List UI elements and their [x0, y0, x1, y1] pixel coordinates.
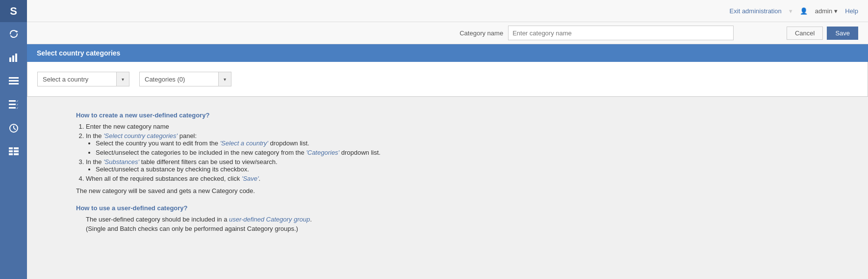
instruction-step2-sub1: Select the country you want to edit from… [96, 140, 819, 147]
category-name-label: Category name [460, 29, 503, 37]
sidebar-item-list-check[interactable]: ✓ ✓ ✓ [0, 93, 27, 116]
svg-rect-3 [15, 54, 17, 62]
header-row: Category name Cancel Save [27, 22, 868, 44]
sidebar: S ✓ ✓ ✓ [0, 0, 27, 279]
select-country-dropdown[interactable]: Select a country ▾ [37, 72, 129, 86]
save-button[interactable]: Save [827, 27, 858, 40]
svg-text:✓: ✓ [16, 103, 19, 106]
main-area: Exit administration ▾ 👤 admin ▾ Help Cat… [27, 0, 868, 279]
sidebar-logo[interactable]: S [0, 0, 27, 22]
instructions-section: How to create a new user-defined categor… [27, 97, 868, 249]
header-buttons: Cancel Save [787, 27, 858, 40]
svg-text:✓: ✓ [16, 100, 19, 103]
use-note: The user-defined category should be incl… [86, 216, 819, 223]
svg-rect-4 [9, 77, 19, 79]
svg-rect-7 [9, 100, 16, 102]
svg-rect-19 [14, 150, 19, 152]
category-name-row: Category name [411, 26, 781, 40]
help-link[interactable]: Help [845, 7, 858, 15]
section2-title: How to use a user-defined category? [76, 204, 819, 212]
user-icon: 👤 [800, 7, 808, 15]
panel-body: Select a country ▾ Categories (0) ▾ [27, 62, 868, 97]
svg-rect-6 [9, 83, 19, 84]
svg-rect-9 [9, 107, 16, 109]
select-country-text: Select a country [38, 76, 116, 83]
svg-rect-20 [9, 153, 13, 155]
svg-rect-18 [9, 150, 13, 152]
category-name-input[interactable] [508, 26, 734, 40]
svg-text:✓: ✓ [16, 107, 19, 109]
sidebar-item-clock[interactable] [0, 116, 27, 140]
panel-dropdowns: Select a country ▾ Categories (0) ▾ [37, 72, 858, 86]
sidebar-item-chart[interactable] [0, 46, 27, 69]
categories-chevron[interactable]: ▾ [218, 72, 231, 86]
instruction-step4: When all of the required substances are … [86, 175, 819, 182]
exit-administration-link[interactable]: Exit administration [730, 7, 782, 15]
instruction-step3-sub1: Select/unselect a substance by checking … [96, 166, 819, 173]
categories-dropdown[interactable]: Categories (0) ▾ [139, 72, 231, 86]
admin-label[interactable]: admin ▾ [815, 7, 838, 15]
panel-title: Select country categories [27, 44, 868, 62]
topbar-right: Exit administration ▾ 👤 admin ▾ Help [730, 7, 858, 15]
section1-title: How to create a new user-defined categor… [76, 112, 819, 119]
sidebar-item-list[interactable] [0, 69, 27, 93]
instructions-list: Enter the new category name In the 'Sele… [86, 123, 819, 182]
categories-text: Categories (0) [140, 76, 218, 83]
sidebar-item-refresh[interactable] [0, 22, 27, 46]
sidebar-item-grid[interactable] [0, 140, 27, 164]
content-area: Select country categories Select a count… [27, 44, 868, 279]
svg-rect-21 [14, 153, 19, 155]
svg-rect-17 [14, 147, 19, 149]
instruction-step3: In the 'Substances' table different filt… [86, 158, 819, 173]
svg-line-15 [14, 128, 16, 130]
select-country-chevron[interactable]: ▾ [116, 72, 129, 86]
use-note2: (Single and Batch checks can only be per… [86, 225, 819, 232]
svg-rect-1 [9, 57, 11, 62]
svg-rect-8 [9, 104, 16, 105]
instruction-step2-sub2: Select/unselect the categories to be inc… [96, 149, 819, 156]
instruction-step1: Enter the new category name [86, 123, 819, 130]
svg-rect-2 [12, 56, 14, 62]
svg-rect-5 [9, 80, 19, 82]
svg-rect-16 [9, 147, 13, 149]
topbar: Exit administration ▾ 👤 admin ▾ Help [27, 0, 868, 22]
instruction-note: The new category will be saved and gets … [76, 187, 819, 195]
instruction-step2: In the 'Select country categories' panel… [86, 132, 819, 156]
cancel-button[interactable]: Cancel [787, 27, 823, 40]
